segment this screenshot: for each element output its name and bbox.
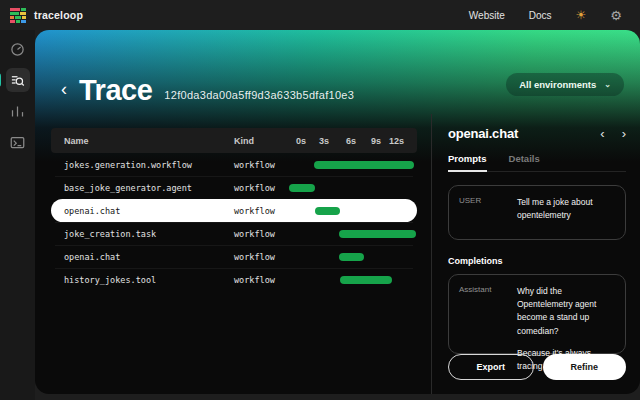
span-name: openai.chat: [51, 252, 120, 262]
span-name: history_jokes.tool: [51, 275, 156, 285]
duration-bar: [339, 230, 416, 238]
brand-name: traceloop: [34, 9, 83, 21]
duration-bar: [340, 276, 392, 284]
main-panel: ‹ Trace 12f0da3da00a5ff9d3a633b5dfaf10e3…: [35, 30, 640, 394]
span-title: openai.chat: [448, 126, 518, 141]
span-name: joke_creation.task: [51, 229, 156, 239]
active-indicator: [0, 73, 1, 87]
column-header-kind: Kind: [234, 136, 254, 146]
trace-row[interactable]: openai.chat workflow: [51, 199, 417, 222]
page-title: Trace: [79, 74, 152, 107]
docs-link[interactable]: Docs: [529, 10, 552, 21]
topbar: traceloop Website Docs ☀ ⚙: [0, 0, 640, 30]
span-kind: workflow: [234, 229, 275, 239]
sidebar-item-traces[interactable]: [6, 68, 30, 92]
traceloop-logo-icon: [10, 8, 27, 23]
column-header-name: Name: [51, 136, 89, 146]
duration-bar: [289, 184, 315, 192]
trace-row[interactable]: history_jokes.tool workflow: [51, 268, 417, 291]
trace-id: 12f0da3da00a5ff9d3a633b5dfaf10e3: [164, 89, 354, 101]
website-link[interactable]: Website: [469, 10, 505, 21]
completion-line: Why did the Opentelemetry agent become a…: [517, 285, 615, 338]
gear-icon[interactable]: ⚙: [610, 9, 622, 22]
trace-row[interactable]: base_joke_generator.agent workflow: [51, 176, 417, 199]
tab-details[interactable]: Details: [509, 153, 540, 171]
hero: ‹ Trace 12f0da3da00a5ff9d3a633b5dfaf10e3…: [35, 30, 640, 107]
span-kind: workflow: [234, 160, 275, 170]
bar-chart-icon: [10, 104, 25, 119]
completion-role: Assistant: [459, 285, 509, 343]
tab-prompts[interactable]: Prompts: [448, 153, 487, 172]
completions-heading: Completions: [448, 256, 626, 266]
prompt-message: USER Tell me a joke about opentelemetry: [448, 185, 626, 240]
prompt-role: USER: [459, 196, 509, 229]
sidebar: [0, 30, 35, 400]
span-kind: workflow: [234, 275, 275, 285]
environment-selector-label: All environments: [519, 79, 596, 90]
duration-bar: [315, 207, 340, 215]
detail-tabs: Prompts Details: [448, 153, 626, 172]
completion-message: Assistant Why did the Opentelemetry agen…: [448, 274, 626, 354]
brand[interactable]: traceloop: [10, 8, 83, 23]
trace-row[interactable]: jokes.generation.workflow workflow: [51, 153, 417, 176]
back-button[interactable]: ‹: [61, 80, 67, 98]
span-kind: workflow: [234, 183, 275, 193]
span-name: base_joke_generator.agent: [51, 183, 192, 193]
span-kind: workflow: [234, 252, 275, 262]
trace-row[interactable]: openai.chat workflow: [51, 245, 417, 268]
export-button[interactable]: Export: [448, 354, 534, 380]
prompt-text: Tell me a joke about opentelemetry: [517, 196, 615, 229]
environment-selector[interactable]: All environments ⌄: [506, 73, 624, 96]
sidebar-item-dashboard[interactable]: [6, 37, 30, 61]
prev-span-button[interactable]: ‹: [600, 127, 604, 140]
sidebar-item-metrics[interactable]: [6, 99, 30, 123]
trace-rows: jokes.generation.workflow workflow base_…: [51, 153, 417, 291]
duration-bar: [314, 161, 414, 169]
refine-button[interactable]: Refine: [543, 354, 627, 380]
duration-bar: [339, 253, 364, 261]
terminal-icon: [10, 135, 25, 150]
trace-table-header: Name Kind 0s 3s 6s 9s 12s: [51, 128, 417, 153]
trace-search-icon: [10, 73, 25, 88]
span-kind: workflow: [234, 206, 275, 216]
gauge-icon: [10, 42, 25, 57]
sidebar-item-console[interactable]: [6, 130, 30, 154]
span-name: openai.chat: [51, 206, 120, 216]
timeline-tick: 3s: [299, 136, 329, 146]
span-name: jokes.generation.workflow: [51, 160, 192, 170]
completion-text: Why did the Opentelemetry agent become a…: [517, 285, 615, 343]
chevron-down-icon: ⌄: [604, 80, 611, 89]
sun-icon[interactable]: ☀: [576, 9, 587, 21]
timeline-tick: 12s: [374, 136, 404, 146]
trace-row[interactable]: joke_creation.task workflow: [51, 222, 417, 245]
next-span-button[interactable]: ›: [622, 127, 626, 140]
